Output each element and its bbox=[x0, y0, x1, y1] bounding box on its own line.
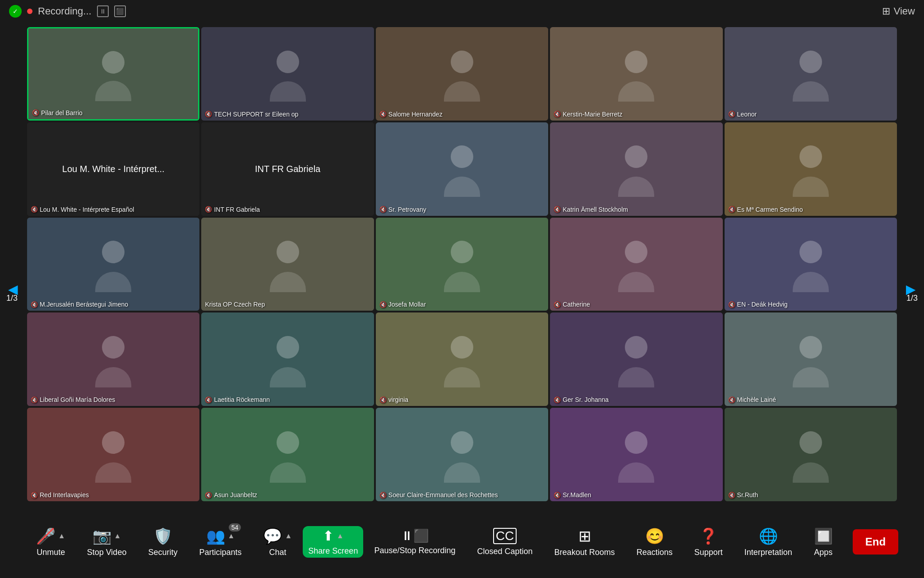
apps-button[interactable]: 🔲 Apps bbox=[803, 527, 844, 557]
interpretation-label: Interpretation bbox=[744, 548, 792, 557]
video-cell[interactable]: 🔇Salome Hernandez bbox=[376, 27, 548, 121]
camera-icon: 📷 bbox=[92, 527, 111, 545]
participant-name: 🔇Kerstin-Marie Berretz bbox=[554, 111, 622, 118]
chat-icon-area: 💬 ▲ bbox=[263, 527, 292, 545]
video-cell[interactable]: 🔇Liberal Goñi María Dolores bbox=[27, 312, 199, 406]
interpretation-button[interactable]: 🌐 Interpretation bbox=[734, 527, 803, 557]
pause-recording-icon: ⏸⬛ bbox=[401, 528, 429, 543]
video-cell[interactable]: 🔇Pilar del Barrio bbox=[27, 27, 199, 121]
chat-chevron[interactable]: ▲ bbox=[285, 532, 292, 540]
mic-off-icon: 🔇 bbox=[379, 206, 387, 213]
security-icon-area: 🛡️ bbox=[153, 527, 172, 545]
mic-off-icon: 🔇 bbox=[205, 396, 212, 403]
chat-button[interactable]: 💬 ▲ Chat bbox=[252, 527, 303, 557]
video-cell[interactable]: 🔇EN - Deák Hedvig bbox=[725, 218, 897, 311]
video-cell[interactable]: 🔇M.Jerusalén Berástegui Jimeno bbox=[27, 218, 199, 311]
video-cell[interactable]: 🔇Josefa Mollar bbox=[376, 218, 548, 311]
video-cell[interactable]: 🔇Sr. Petrovany bbox=[376, 122, 548, 216]
participant-name-text: TECH SUPPORT sr Eileen op bbox=[214, 111, 298, 118]
page-indicator-right: 1/3 bbox=[906, 294, 918, 303]
stop-video-button[interactable]: 📷 ▲ Stop Video bbox=[76, 527, 138, 557]
participant-name-text: M.Jerusalén Berástegui Jimeno bbox=[40, 301, 128, 308]
participant-name-text: INT FR Gabriela bbox=[214, 206, 260, 213]
security-shield-icon: ✓ bbox=[9, 5, 22, 18]
participants-chevron[interactable]: ▲ bbox=[228, 532, 235, 540]
participant-name-text: Sr. Petrovany bbox=[388, 206, 426, 213]
share-screen-button[interactable]: ⬆ ▲ Share Screen bbox=[303, 526, 363, 558]
stop-recording-button[interactable]: ⬛ bbox=[114, 5, 126, 17]
participant-name: 🔇Sr. Petrovany bbox=[379, 206, 426, 213]
mic-off-icon: 🔇 bbox=[379, 301, 387, 308]
video-cell[interactable]: 🔇TECH SUPPORT sr Eileen op bbox=[201, 27, 374, 121]
pause-stop-recording-button[interactable]: ⏸⬛ Pause/Stop Recording bbox=[363, 528, 466, 555]
share-screen-chevron[interactable]: ▲ bbox=[337, 532, 344, 540]
video-cell[interactable]: INT FR Gabriela🔇INT FR Gabriela bbox=[201, 122, 374, 216]
participant-name-text: virginia bbox=[388, 396, 408, 403]
unmute-chevron[interactable]: ▲ bbox=[58, 532, 65, 540]
video-cell[interactable]: 🔇Katrin Ämell Stockholm bbox=[550, 122, 722, 216]
participant-name-text: Lou M. White - Intérprete Español bbox=[40, 206, 134, 213]
participant-name-label: Lou M. White - Intérpret... bbox=[53, 155, 174, 183]
video-cell[interactable]: 🔇Sr.Madlen bbox=[550, 408, 722, 501]
video-cell[interactable]: 🔇Catherine bbox=[550, 218, 722, 311]
participant-name: 🔇Ger Sr. Johanna bbox=[554, 396, 609, 403]
security-button[interactable]: 🛡️ Security bbox=[137, 527, 188, 557]
video-cell[interactable]: 🔇Kerstin-Marie Berretz bbox=[550, 27, 722, 121]
share-screen-label: Share Screen bbox=[308, 546, 358, 556]
reactions-icon: 😊 bbox=[645, 527, 664, 545]
participant-name: 🔇Lou M. White - Intérprete Español bbox=[31, 206, 134, 213]
participant-name-text: EN - Deák Hedvig bbox=[737, 301, 788, 308]
mic-off-icon: 🔇 bbox=[379, 492, 387, 499]
video-cell[interactable]: 🔇Red Interlavapies bbox=[27, 408, 199, 501]
video-cell[interactable]: 🔇Es Mª Carmen Sendino bbox=[725, 122, 897, 216]
support-button[interactable]: ❓ Support bbox=[684, 527, 734, 557]
participant-name-text: Josefa Mollar bbox=[388, 301, 426, 308]
mic-off-icon: 🔇 bbox=[31, 396, 38, 403]
video-cell[interactable]: 🔇Laetitia Röckemann bbox=[201, 312, 374, 406]
video-cell[interactable]: 🔇Soeur Claire-Emmanuel des Rochettes bbox=[376, 408, 548, 501]
top-bar-right: ⊞ View bbox=[882, 5, 915, 17]
unmute-button[interactable]: 🎤 ▲ Unmute bbox=[26, 527, 76, 557]
participant-name: 🔇Salome Hernandez bbox=[379, 111, 443, 118]
participant-name: 🔇Asun Juanbeltz bbox=[205, 491, 257, 499]
video-cell[interactable]: 🔇Leonor bbox=[725, 27, 897, 121]
stop-video-chevron[interactable]: ▲ bbox=[114, 532, 121, 540]
participant-name: 🔇Laetitia Röckemann bbox=[205, 396, 270, 403]
reactions-button[interactable]: 😊 Reactions bbox=[626, 527, 684, 557]
apps-icon: 🔲 bbox=[814, 527, 833, 545]
participant-name: 🔇EN - Deák Hedvig bbox=[728, 301, 788, 308]
view-label[interactable]: View bbox=[894, 5, 915, 17]
participant-name-text: Pilar del Barrio bbox=[41, 109, 83, 117]
reactions-label: Reactions bbox=[637, 548, 673, 557]
participants-count: 54 bbox=[229, 523, 241, 531]
participant-name-text: Laetitia Röckemann bbox=[214, 396, 270, 403]
stop-video-icon-area: 📷 ▲ bbox=[92, 527, 121, 545]
cc-icon: CC bbox=[493, 528, 517, 544]
video-cell[interactable]: 🔇Ger Sr. Johanna bbox=[550, 312, 722, 406]
participant-name: Krista OP Czech Rep bbox=[205, 301, 265, 308]
support-label: Support bbox=[694, 548, 723, 557]
video-cell[interactable]: 🔇Michèle Lainé bbox=[725, 312, 897, 406]
mic-off-icon: 🔇 bbox=[205, 111, 212, 117]
participant-name: 🔇Michèle Lainé bbox=[728, 396, 776, 403]
video-cell[interactable]: Krista OP Czech Rep bbox=[201, 218, 374, 311]
reactions-icon-area: 😊 bbox=[645, 527, 664, 545]
participants-button[interactable]: 👥 54 ▲ Participants bbox=[188, 527, 252, 557]
video-cell[interactable]: 🔇virginia bbox=[376, 312, 548, 406]
top-bar-left: ✓ Recording... ⏸ ⬛ bbox=[9, 5, 126, 18]
closed-caption-button[interactable]: CC Closed Caption bbox=[467, 528, 544, 556]
unmute-label: Unmute bbox=[37, 548, 65, 557]
video-cell[interactable]: Lou M. White - Intérpret...🔇Lou M. White… bbox=[27, 122, 199, 216]
video-cell[interactable]: 🔇Sr.Ruth bbox=[725, 408, 897, 501]
apps-label: Apps bbox=[814, 548, 832, 557]
participant-name-text: Catherine bbox=[563, 301, 590, 308]
breakout-rooms-button[interactable]: ⊞ Breakout Rooms bbox=[544, 527, 626, 557]
video-cell[interactable]: 🔇Asun Juanbeltz bbox=[201, 408, 374, 501]
breakout-icon: ⊞ bbox=[578, 527, 591, 545]
end-button[interactable]: End bbox=[853, 529, 898, 555]
participant-name-text: Red Interlavapies bbox=[40, 491, 89, 499]
pause-recording-button[interactable]: ⏸ bbox=[97, 5, 109, 17]
top-bar: ✓ Recording... ⏸ ⬛ ⊞ View bbox=[0, 0, 924, 23]
video-grid: 🔇Pilar del Barrio🔇TECH SUPPORT sr Eileen… bbox=[0, 23, 924, 506]
mic-off-icon: 🔇 bbox=[554, 396, 561, 403]
